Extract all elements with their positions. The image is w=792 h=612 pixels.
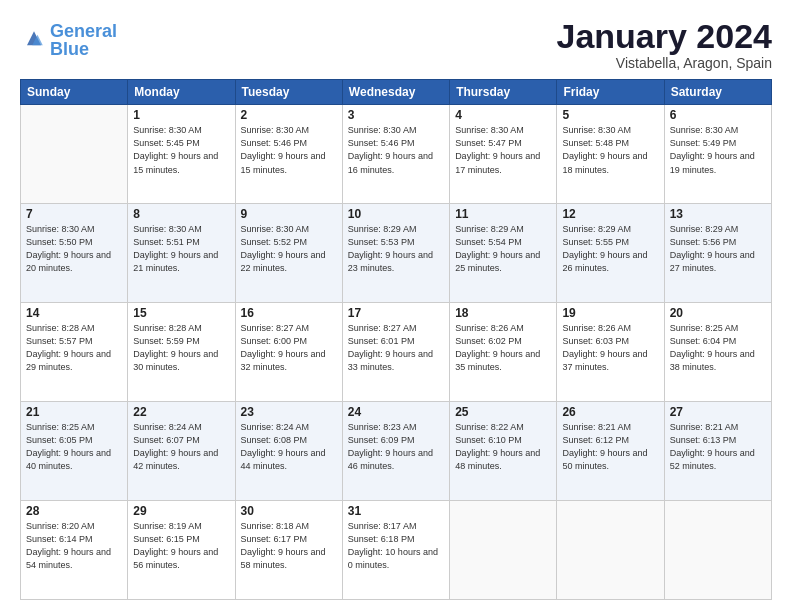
day-number: 19	[562, 306, 658, 320]
weekday-header-wednesday: Wednesday	[342, 80, 449, 105]
day-info: Sunrise: 8:30 AMSunset: 5:52 PMDaylight:…	[241, 223, 337, 275]
day-number: 10	[348, 207, 444, 221]
day-info: Sunrise: 8:28 AMSunset: 5:57 PMDaylight:…	[26, 322, 122, 374]
calendar-cell: 22Sunrise: 8:24 AMSunset: 6:07 PMDayligh…	[128, 402, 235, 501]
calendar-cell: 7Sunrise: 8:30 AMSunset: 5:50 PMDaylight…	[21, 204, 128, 303]
day-info: Sunrise: 8:29 AMSunset: 5:53 PMDaylight:…	[348, 223, 444, 275]
calendar-cell: 13Sunrise: 8:29 AMSunset: 5:56 PMDayligh…	[664, 204, 771, 303]
day-number: 22	[133, 405, 229, 419]
day-info: Sunrise: 8:25 AMSunset: 6:04 PMDaylight:…	[670, 322, 766, 374]
day-number: 8	[133, 207, 229, 221]
day-info: Sunrise: 8:27 AMSunset: 6:01 PMDaylight:…	[348, 322, 444, 374]
day-number: 6	[670, 108, 766, 122]
calendar-cell: 12Sunrise: 8:29 AMSunset: 5:55 PMDayligh…	[557, 204, 664, 303]
calendar-cell: 14Sunrise: 8:28 AMSunset: 5:57 PMDayligh…	[21, 303, 128, 402]
logo-blue: Blue	[50, 39, 89, 59]
day-number: 31	[348, 504, 444, 518]
day-info: Sunrise: 8:30 AMSunset: 5:47 PMDaylight:…	[455, 124, 551, 176]
day-number: 15	[133, 306, 229, 320]
day-info: Sunrise: 8:29 AMSunset: 5:54 PMDaylight:…	[455, 223, 551, 275]
week-row-1: 1Sunrise: 8:30 AMSunset: 5:45 PMDaylight…	[21, 105, 772, 204]
logo-general: General	[50, 21, 117, 41]
weekday-header-tuesday: Tuesday	[235, 80, 342, 105]
calendar-cell: 26Sunrise: 8:21 AMSunset: 6:12 PMDayligh…	[557, 402, 664, 501]
calendar-table: SundayMondayTuesdayWednesdayThursdayFrid…	[20, 79, 772, 600]
day-info: Sunrise: 8:26 AMSunset: 6:03 PMDaylight:…	[562, 322, 658, 374]
weekday-header-sunday: Sunday	[21, 80, 128, 105]
calendar-cell: 5Sunrise: 8:30 AMSunset: 5:48 PMDaylight…	[557, 105, 664, 204]
day-number: 12	[562, 207, 658, 221]
logo-text: General Blue	[50, 22, 117, 58]
day-number: 11	[455, 207, 551, 221]
weekday-header-row: SundayMondayTuesdayWednesdayThursdayFrid…	[21, 80, 772, 105]
day-number: 28	[26, 504, 122, 518]
day-number: 7	[26, 207, 122, 221]
weekday-header-thursday: Thursday	[450, 80, 557, 105]
day-number: 24	[348, 405, 444, 419]
day-number: 5	[562, 108, 658, 122]
calendar-cell: 19Sunrise: 8:26 AMSunset: 6:03 PMDayligh…	[557, 303, 664, 402]
calendar-cell: 8Sunrise: 8:30 AMSunset: 5:51 PMDaylight…	[128, 204, 235, 303]
calendar-cell: 24Sunrise: 8:23 AMSunset: 6:09 PMDayligh…	[342, 402, 449, 501]
page: General Blue January 2024 Vistabella, Ar…	[0, 0, 792, 612]
calendar-cell: 10Sunrise: 8:29 AMSunset: 5:53 PMDayligh…	[342, 204, 449, 303]
weekday-header-monday: Monday	[128, 80, 235, 105]
weekday-header-saturday: Saturday	[664, 80, 771, 105]
day-info: Sunrise: 8:26 AMSunset: 6:02 PMDaylight:…	[455, 322, 551, 374]
day-number: 27	[670, 405, 766, 419]
calendar-cell: 31Sunrise: 8:17 AMSunset: 6:18 PMDayligh…	[342, 501, 449, 600]
calendar-cell: 11Sunrise: 8:29 AMSunset: 5:54 PMDayligh…	[450, 204, 557, 303]
day-number: 3	[348, 108, 444, 122]
day-info: Sunrise: 8:21 AMSunset: 6:12 PMDaylight:…	[562, 421, 658, 473]
day-number: 1	[133, 108, 229, 122]
day-info: Sunrise: 8:30 AMSunset: 5:50 PMDaylight:…	[26, 223, 122, 275]
day-number: 23	[241, 405, 337, 419]
calendar-cell	[450, 501, 557, 600]
calendar-cell: 3Sunrise: 8:30 AMSunset: 5:46 PMDaylight…	[342, 105, 449, 204]
day-number: 20	[670, 306, 766, 320]
calendar-cell: 6Sunrise: 8:30 AMSunset: 5:49 PMDaylight…	[664, 105, 771, 204]
month-title: January 2024	[557, 18, 773, 55]
day-number: 30	[241, 504, 337, 518]
calendar-cell	[664, 501, 771, 600]
day-info: Sunrise: 8:30 AMSunset: 5:46 PMDaylight:…	[241, 124, 337, 176]
day-number: 29	[133, 504, 229, 518]
day-info: Sunrise: 8:28 AMSunset: 5:59 PMDaylight:…	[133, 322, 229, 374]
day-info: Sunrise: 8:20 AMSunset: 6:14 PMDaylight:…	[26, 520, 122, 572]
day-info: Sunrise: 8:30 AMSunset: 5:51 PMDaylight:…	[133, 223, 229, 275]
calendar-cell: 18Sunrise: 8:26 AMSunset: 6:02 PMDayligh…	[450, 303, 557, 402]
day-info: Sunrise: 8:30 AMSunset: 5:46 PMDaylight:…	[348, 124, 444, 176]
day-info: Sunrise: 8:24 AMSunset: 6:08 PMDaylight:…	[241, 421, 337, 473]
calendar-cell: 20Sunrise: 8:25 AMSunset: 6:04 PMDayligh…	[664, 303, 771, 402]
calendar-cell: 25Sunrise: 8:22 AMSunset: 6:10 PMDayligh…	[450, 402, 557, 501]
calendar-cell: 4Sunrise: 8:30 AMSunset: 5:47 PMDaylight…	[450, 105, 557, 204]
location-subtitle: Vistabella, Aragon, Spain	[557, 55, 773, 71]
header: General Blue January 2024 Vistabella, Ar…	[20, 18, 772, 71]
logo: General Blue	[20, 22, 117, 58]
calendar-cell	[557, 501, 664, 600]
calendar-cell: 27Sunrise: 8:21 AMSunset: 6:13 PMDayligh…	[664, 402, 771, 501]
calendar-cell: 1Sunrise: 8:30 AMSunset: 5:45 PMDaylight…	[128, 105, 235, 204]
day-info: Sunrise: 8:22 AMSunset: 6:10 PMDaylight:…	[455, 421, 551, 473]
day-info: Sunrise: 8:23 AMSunset: 6:09 PMDaylight:…	[348, 421, 444, 473]
calendar-cell: 21Sunrise: 8:25 AMSunset: 6:05 PMDayligh…	[21, 402, 128, 501]
calendar-cell: 15Sunrise: 8:28 AMSunset: 5:59 PMDayligh…	[128, 303, 235, 402]
day-number: 2	[241, 108, 337, 122]
week-row-2: 7Sunrise: 8:30 AMSunset: 5:50 PMDaylight…	[21, 204, 772, 303]
title-block: January 2024 Vistabella, Aragon, Spain	[557, 18, 773, 71]
calendar-cell	[21, 105, 128, 204]
day-info: Sunrise: 8:19 AMSunset: 6:15 PMDaylight:…	[133, 520, 229, 572]
day-number: 14	[26, 306, 122, 320]
day-info: Sunrise: 8:21 AMSunset: 6:13 PMDaylight:…	[670, 421, 766, 473]
logo-icon	[20, 26, 48, 54]
day-info: Sunrise: 8:30 AMSunset: 5:45 PMDaylight:…	[133, 124, 229, 176]
day-info: Sunrise: 8:29 AMSunset: 5:55 PMDaylight:…	[562, 223, 658, 275]
calendar-cell: 23Sunrise: 8:24 AMSunset: 6:08 PMDayligh…	[235, 402, 342, 501]
calendar-cell: 28Sunrise: 8:20 AMSunset: 6:14 PMDayligh…	[21, 501, 128, 600]
day-number: 17	[348, 306, 444, 320]
calendar-cell: 29Sunrise: 8:19 AMSunset: 6:15 PMDayligh…	[128, 501, 235, 600]
day-number: 13	[670, 207, 766, 221]
day-info: Sunrise: 8:30 AMSunset: 5:48 PMDaylight:…	[562, 124, 658, 176]
weekday-header-friday: Friday	[557, 80, 664, 105]
week-row-5: 28Sunrise: 8:20 AMSunset: 6:14 PMDayligh…	[21, 501, 772, 600]
